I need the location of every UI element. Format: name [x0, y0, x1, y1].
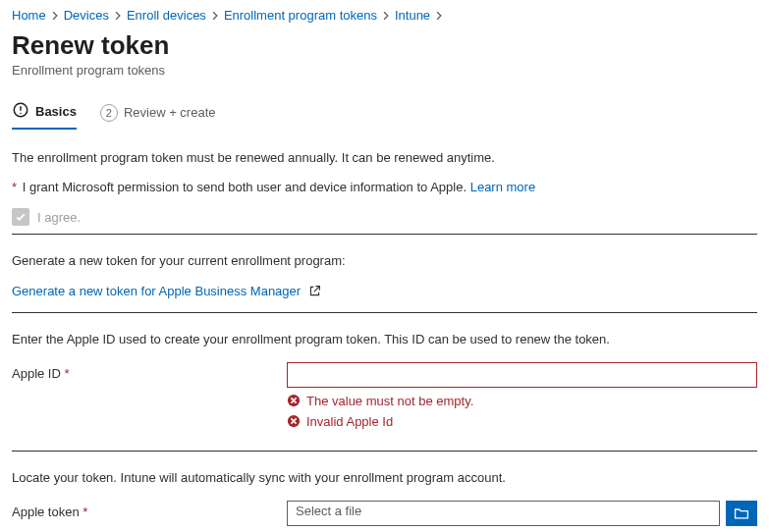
error-invalid: Invalid Apple Id — [287, 414, 757, 429]
chevron-right-icon — [210, 11, 220, 21]
intro-text: The enrollment program token must be ren… — [12, 149, 757, 167]
chevron-right-icon — [50, 11, 60, 21]
tab-basics[interactable]: Basics — [12, 101, 77, 130]
apple-id-intro: Enter the Apple ID used to create your e… — [12, 331, 757, 348]
check-icon — [15, 211, 27, 223]
wizard-tabs: Basics 2 Review + create — [12, 101, 757, 130]
apple-id-label: Apple ID * — [12, 362, 287, 381]
breadcrumb-enroll-devices[interactable]: Enroll devices — [127, 8, 206, 23]
apple-id-row: Apple ID * The value must not be empty. … — [12, 362, 757, 429]
error-icon — [287, 414, 301, 428]
agree-row: I agree. — [12, 208, 757, 226]
required-star-icon: * — [82, 505, 87, 519]
agree-checkbox[interactable] — [12, 208, 29, 226]
error-empty: The value must not be empty. — [287, 394, 757, 408]
chevron-right-icon — [113, 11, 123, 21]
page-subtitle: Enrollment program tokens — [12, 63, 757, 78]
apple-id-input[interactable] — [287, 362, 757, 388]
chevron-right-icon — [434, 11, 444, 21]
required-star-icon: * — [12, 180, 17, 194]
required-star-icon: * — [65, 366, 70, 381]
generate-heading: Generate a new token for your current en… — [12, 252, 757, 270]
consent-line: * I grant Microsoft permission to send b… — [12, 179, 757, 196]
folder-icon — [734, 505, 749, 521]
breadcrumb: Home Devices Enroll devices Enrollment p… — [12, 8, 757, 23]
breadcrumb-tokens[interactable]: Enrollment program tokens — [224, 8, 377, 23]
consent-text: I grant Microsoft permission to send bot… — [23, 180, 467, 194]
generate-token-link[interactable]: Generate a new token for Apple Business … — [12, 283, 301, 300]
agree-label: I agree. — [37, 210, 81, 225]
divider — [12, 234, 757, 235]
breadcrumb-home[interactable]: Home — [12, 8, 46, 23]
tab-review-create[interactable]: 2 Review + create — [100, 104, 216, 128]
svg-point-2 — [20, 113, 22, 115]
breadcrumb-devices[interactable]: Devices — [64, 8, 109, 23]
apple-token-row: Apple token * Select a file — [12, 501, 757, 526]
tab-review-label: Review + create — [124, 105, 216, 120]
step-number-badge: 2 — [100, 104, 118, 122]
breadcrumb-intune[interactable]: Intune — [395, 8, 430, 23]
apple-token-label: Apple token * — [12, 501, 287, 519]
browse-file-button[interactable] — [726, 501, 757, 526]
page-title: Renew token — [12, 30, 757, 61]
file-input-display[interactable]: Select a file — [287, 501, 720, 526]
divider — [12, 312, 757, 313]
error-icon — [287, 394, 301, 407]
external-link-icon — [308, 285, 321, 297]
tab-basics-label: Basics — [35, 104, 77, 119]
divider — [12, 451, 757, 452]
learn-more-link[interactable]: Learn more — [470, 180, 535, 194]
chevron-right-icon — [381, 11, 391, 21]
alert-circle-icon — [12, 101, 29, 122]
token-intro: Locate your token. Intune will automatic… — [12, 469, 757, 487]
